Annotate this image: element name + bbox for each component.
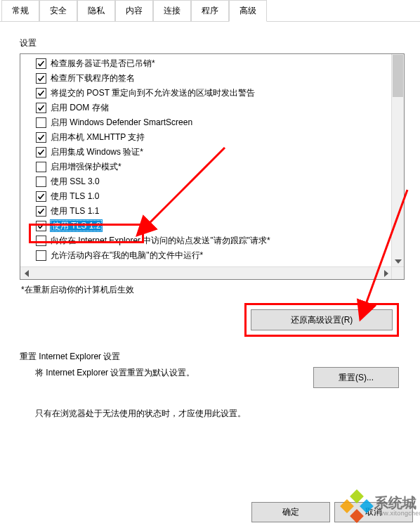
checkbox[interactable] xyxy=(36,103,46,113)
option-label: 使用 TLS 1.0 xyxy=(51,191,99,202)
settings-option-row[interactable]: 启用增强保护模式* xyxy=(20,160,392,174)
settings-option-row[interactable]: 启用 Windows Defender SmartScreen xyxy=(20,115,392,130)
checkbox[interactable] xyxy=(36,147,46,157)
reset-button-label: 重置(S)... xyxy=(339,372,374,384)
checkbox[interactable] xyxy=(36,88,46,98)
tab-bar: 常规 安全 隐私 内容 连接 程序 高级 xyxy=(0,0,420,22)
option-label: 启用 DOM 存储 xyxy=(51,102,109,114)
option-label: 检查所下载程序的签名 xyxy=(51,72,135,84)
checkbox[interactable] xyxy=(36,206,46,217)
settings-listbox[interactable]: 检查服务器证书是否已吊销*检查所下载程序的签名将提交的 POST 重定向到不允许… xyxy=(20,53,405,280)
settings-option-row[interactable]: 使用 TLS 1.1 xyxy=(20,204,392,219)
checkbox[interactable] xyxy=(36,176,46,187)
settings-option-row[interactable]: 向你在 Internet Explorer 中访问的站点发送"请勿跟踪"请求* xyxy=(20,233,392,248)
settings-list: 检查服务器证书是否已吊销*检查所下载程序的签名将提交的 POST 重定向到不允许… xyxy=(20,55,392,267)
scrollbar-thumb[interactable] xyxy=(393,55,403,97)
tab-privacy[interactable]: 隐私 xyxy=(77,0,115,21)
reset-button[interactable]: 重置(S)... xyxy=(313,367,399,388)
reset-info: 只有在浏览器处于无法使用的状态时，才应使用此设置。 xyxy=(20,408,405,420)
settings-option-row[interactable]: 启用集成 Windows 验证* xyxy=(20,145,392,160)
checkbox[interactable] xyxy=(36,250,46,261)
tab-connections[interactable]: 连接 xyxy=(153,0,191,21)
checkbox[interactable] xyxy=(36,221,46,231)
settings-option-row[interactable]: 启用 DOM 存储 xyxy=(20,101,392,115)
tab-security[interactable]: 安全 xyxy=(39,0,77,21)
settings-option-row[interactable]: 检查所下载程序的签名 xyxy=(20,71,392,86)
settings-heading: 设置 xyxy=(20,37,405,49)
checkbox[interactable] xyxy=(36,58,46,69)
scrollbar-corner xyxy=(391,266,404,279)
option-label: 检查服务器证书是否已吊销* xyxy=(51,58,155,70)
settings-option-row[interactable]: 将提交的 POST 重定向到不允许发送的区域时发出警告 xyxy=(20,86,392,101)
scrollbar-down-button[interactable] xyxy=(392,255,404,267)
vertical-scrollbar[interactable] xyxy=(391,54,404,267)
checkbox[interactable] xyxy=(36,191,46,202)
checkbox[interactable] xyxy=(36,236,46,246)
option-label: 使用 TLS 1.2 xyxy=(51,220,102,232)
watermark-url: www.xitongcheng.com xyxy=(374,510,420,517)
option-label: 启用增强保护模式* xyxy=(51,161,122,173)
option-label: 启用集成 Windows 验证* xyxy=(51,146,143,158)
restart-note: *在重新启动你的计算机后生效 xyxy=(21,284,403,296)
restore-advanced-settings-button[interactable]: 还原高级设置(R) xyxy=(251,309,393,330)
option-label: 向你在 Internet Explorer 中访问的站点发送"请勿跟踪"请求* xyxy=(51,235,270,247)
tab-advanced[interactable]: 高级 xyxy=(229,0,267,22)
settings-option-row[interactable]: 启用本机 XMLHTTP 支持 xyxy=(20,130,392,145)
option-label: 使用 SSL 3.0 xyxy=(51,176,100,188)
checkbox[interactable] xyxy=(36,117,46,128)
option-label: 启用 Windows Defender SmartScreen xyxy=(51,117,192,129)
tab-general[interactable]: 常规 xyxy=(1,0,39,21)
ok-button-label: 确定 xyxy=(282,506,299,518)
ok-button[interactable]: 确定 xyxy=(251,502,330,522)
settings-option-row[interactable]: 检查服务器证书是否已吊销* xyxy=(20,56,392,71)
checkbox[interactable] xyxy=(36,73,46,84)
checkbox[interactable] xyxy=(36,162,46,172)
scrollbar-right-button[interactable] xyxy=(380,267,392,279)
option-label: 使用 TLS 1.1 xyxy=(51,205,99,217)
restore-button-label: 还原高级设置(R) xyxy=(291,314,353,326)
tab-content[interactable]: 内容 xyxy=(115,0,153,21)
settings-option-row[interactable]: 使用 TLS 1.0 xyxy=(20,189,392,204)
settings-option-row[interactable]: 允许活动内容在"我的电脑"的文件中运行* xyxy=(20,248,392,263)
annotation-highlight-box-2: 还原高级设置(R) xyxy=(244,303,399,337)
option-label: 将提交的 POST 重定向到不允许发送的区域时发出警告 xyxy=(51,87,255,99)
reset-description: 将 Internet Explorer 设置重置为默认设置。 xyxy=(35,367,195,379)
reset-heading: 重置 Internet Explorer 设置 xyxy=(20,351,405,363)
advanced-panel: 设置 检查服务器证书是否已吊销*检查所下载程序的签名将提交的 POST 重定向到… xyxy=(0,22,420,427)
checkbox[interactable] xyxy=(36,132,46,143)
settings-option-row[interactable]: 使用 TLS 1.2 xyxy=(20,219,392,233)
option-label: 允许活动内容在"我的电脑"的文件中运行* xyxy=(51,250,203,262)
settings-option-row[interactable]: 使用 SSL 3.0 xyxy=(20,174,392,189)
option-label: 启用本机 XMLHTTP 支持 xyxy=(51,131,145,143)
scrollbar-left-button[interactable] xyxy=(20,267,32,279)
watermark-title: 系统城 xyxy=(374,495,420,510)
horizontal-scrollbar[interactable] xyxy=(20,266,392,279)
watermark: 系统城 www.xitongcheng.com xyxy=(342,491,420,521)
tab-programs[interactable]: 程序 xyxy=(191,0,229,21)
watermark-icon xyxy=(342,491,372,521)
